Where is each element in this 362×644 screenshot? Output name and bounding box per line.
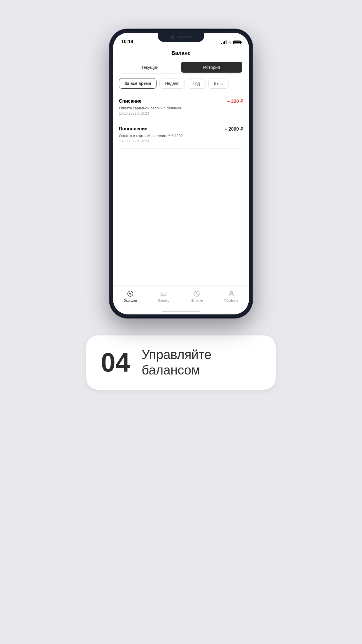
transaction-header: Списание – 320 ₽ — [119, 99, 243, 104]
signal-icon — [221, 40, 226, 44]
profile-icon — [228, 290, 235, 298]
phone-mockup: 10:18 ∿ Баланс Текущий — [110, 29, 252, 318]
transaction-item: Списание – 320 ₽ Оплата зарядной сессии … — [119, 93, 243, 121]
battery-icon — [233, 41, 241, 44]
tab-history[interactable]: История — [181, 62, 242, 73]
home-indicator-bar — [162, 311, 200, 312]
history-icon — [193, 290, 201, 298]
charge-icon — [126, 290, 134, 298]
page-title: Баланс — [113, 47, 249, 61]
nav-label-balance: Баланс — [158, 299, 169, 302]
transaction-header: Пополнение + 2000 ₽ — [119, 126, 243, 132]
nav-item-profile[interactable]: Профиль — [221, 289, 242, 303]
nav-item-history[interactable]: История — [187, 289, 207, 303]
notch-speaker — [177, 36, 191, 38]
balance-icon — [160, 290, 167, 298]
status-time: 10:18 — [121, 39, 133, 44]
nav-label-charge: Зарядка — [124, 299, 137, 302]
nav-label-profile: Профиль — [224, 299, 238, 302]
bottom-card: 04 Управляйте балансом — [86, 335, 276, 390]
phone-screen: 10:18 ∿ Баланс Текущий — [113, 33, 249, 314]
period-all-time[interactable]: За всё время — [119, 78, 157, 89]
transaction-amount: + 2000 ₽ — [224, 126, 243, 132]
card-text: Управляйте балансом — [142, 347, 261, 378]
tab-switcher: Текущий История — [119, 61, 243, 74]
card-number: 04 — [101, 349, 130, 376]
transaction-amount: – 320 ₽ — [227, 99, 243, 104]
nav-item-balance[interactable]: Баланс — [155, 289, 173, 303]
transaction-date: 15.10.2022 в 18:23 — [119, 111, 243, 116]
transaction-list: Списание – 320 ₽ Оплата зарядной сессии … — [113, 93, 249, 285]
tab-current[interactable]: Текущий — [119, 61, 180, 73]
nav-item-charge[interactable]: Зарядка — [120, 289, 140, 303]
transaction-desc: Оплата с карты Mastercard **** 8392 — [119, 134, 243, 138]
period-week[interactable]: Неделя — [159, 78, 185, 89]
period-year[interactable]: Год — [188, 78, 205, 89]
transaction-type: Пополнение — [119, 126, 147, 132]
transaction-date: 15.10.2022 в 18:23 — [119, 139, 243, 143]
home-indicator — [113, 309, 249, 314]
status-icons: ∿ — [221, 40, 241, 44]
bottom-nav: Зарядка Баланс — [113, 285, 249, 309]
nav-label-history: История — [191, 299, 203, 302]
transaction-desc: Оплата зарядной сессии с баланса — [119, 106, 243, 110]
transaction-type: Списание — [119, 99, 141, 104]
svg-rect-1 — [161, 292, 166, 296]
phone-frame: 10:18 ∿ Баланс Текущий — [110, 29, 252, 318]
notch — [158, 33, 204, 42]
svg-point-3 — [230, 291, 233, 294]
period-custom[interactable]: Вы... — [208, 78, 229, 89]
notch-camera — [171, 35, 175, 39]
transaction-item: Пополнение + 2000 ₽ Оплата с карты Maste… — [119, 121, 243, 149]
app-content: Баланс Текущий История За всё время Неде… — [113, 47, 249, 314]
wifi-icon: ∿ — [228, 41, 231, 44]
period-filter: За всё время Неделя Год Вы... — [113, 78, 249, 93]
